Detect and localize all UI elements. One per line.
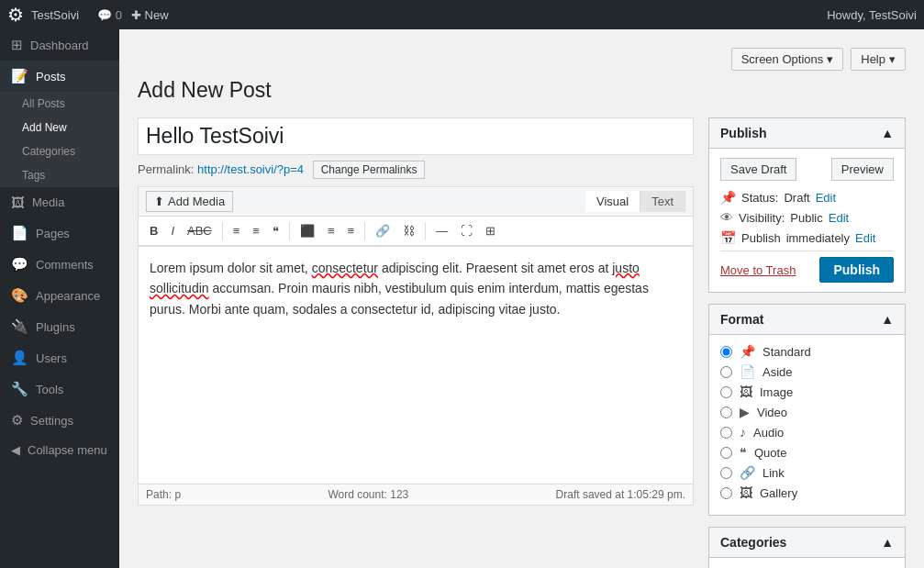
sidebar-item-media[interactable]: 🖼 Media	[0, 187, 119, 217]
editor-paragraph: Lorem ipsum dolor sit amet, consectetur …	[150, 258, 682, 319]
editor-sidebar: Publish ▲ Save Draft Preview 📌 Status: D…	[708, 117, 906, 568]
toolbar-ol[interactable]: ≡	[247, 220, 265, 241]
format-radio-link[interactable]	[720, 467, 732, 479]
settings-icon: ⚙	[11, 412, 23, 429]
save-draft-button[interactable]: Save Draft	[720, 158, 796, 181]
toolbar-more[interactable]: —	[430, 220, 453, 241]
toolbar-distraction-free[interactable]: ⛶	[455, 220, 478, 241]
publish-box-header[interactable]: Publish ▲	[709, 118, 905, 149]
format-gallery-label: Gallery	[760, 486, 797, 500]
toolbar-align-center[interactable]: ≡	[322, 220, 340, 241]
categories-box-header[interactable]: Categories ▲	[709, 528, 905, 558]
new-post-link[interactable]: ✚ New	[131, 8, 169, 22]
toolbar-italic[interactable]: I	[165, 220, 180, 241]
format-radio-image[interactable]	[720, 386, 732, 398]
comments-icon: 💬	[11, 256, 28, 273]
format-quote-label: Quote	[754, 446, 786, 460]
permalink-label: Permalink:	[138, 162, 194, 176]
publish-time-value: immediately	[786, 231, 850, 245]
format-radio-quote[interactable]	[720, 447, 732, 459]
toolbar-sep-1	[222, 222, 223, 240]
posts-icon: 📝	[11, 68, 28, 84]
format-box: Format ▲ 📌 Standard 📄 Aside	[708, 304, 906, 516]
format-radio-standard[interactable]	[720, 346, 732, 358]
sidebar-item-appearance[interactable]: 🎨 Appearance	[0, 280, 119, 311]
tools-icon: 🔧	[11, 381, 28, 397]
editor-content-area[interactable]: Lorem ipsum dolor sit amet, consectetur …	[138, 246, 694, 484]
publish-time-edit-link[interactable]: Edit	[855, 231, 875, 245]
calendar-icon: 📅	[720, 230, 736, 245]
status-label: Status:	[741, 191, 778, 205]
collapse-menu[interactable]: ◀ Collapse menu	[0, 436, 119, 464]
format-option-audio: ♪ Audio	[720, 425, 894, 440]
admin-sidebar: ⊞ Dashboard 📝 Posts All Posts Add New Ca…	[0, 29, 119, 568]
toolbar-align-left[interactable]: ⬛	[295, 220, 320, 241]
status-edit-link[interactable]: Edit	[816, 191, 836, 205]
visibility-edit-link[interactable]: Edit	[829, 211, 849, 225]
format-audio-icon: ♪	[740, 425, 746, 440]
toolbar-table[interactable]: ⊞	[480, 220, 501, 241]
preview-button[interactable]: Preview	[831, 158, 894, 181]
toolbar-bold[interactable]: B	[144, 220, 163, 241]
pages-icon: 📄	[11, 225, 28, 241]
sidebar-item-posts[interactable]: 📝 Posts	[0, 61, 119, 92]
change-permalinks-button[interactable]: Change Permalinks	[313, 161, 426, 179]
admin-bar: ⚙ TestSoivi 💬 0 ✚ New Howdy, TestSoivi	[0, 0, 924, 29]
categories-box: Categories ▲ All Categories Most Used ☑ …	[708, 527, 906, 568]
collapse-arrow-icon: ◀	[11, 443, 20, 457]
submenu-categories[interactable]: Categories	[0, 139, 119, 163]
sidebar-item-pages[interactable]: 📄 Pages	[0, 217, 119, 249]
toolbar-link[interactable]: 🔗	[370, 220, 395, 241]
publish-button[interactable]: Publish	[819, 257, 894, 283]
sidebar-item-plugins[interactable]: 🔌 Plugins	[0, 311, 119, 342]
submenu-add-new[interactable]: Add New	[0, 116, 119, 139]
toolbar-unlink[interactable]: ⛓	[397, 220, 420, 241]
visibility-value: Public	[790, 211, 822, 225]
format-option-aside: 📄 Aside	[720, 364, 894, 379]
format-box-header[interactable]: Format ▲	[709, 305, 905, 335]
format-option-standard: 📌 Standard	[720, 344, 894, 359]
add-media-icon: ⬆	[154, 195, 164, 208]
help-arrow-icon: ▾	[889, 52, 896, 66]
format-radio-video[interactable]	[720, 407, 732, 418]
help-button[interactable]: Help ▾	[851, 48, 906, 71]
submenu-tags[interactable]: Tags	[0, 163, 119, 187]
comment-bubble[interactable]: 💬 0	[97, 8, 122, 22]
plugins-icon: 🔌	[11, 318, 28, 335]
sidebar-item-comments[interactable]: 💬 Comments	[0, 249, 119, 280]
screen-options-button[interactable]: Screen Options ▾	[731, 48, 844, 71]
toolbar-ul[interactable]: ≡	[228, 220, 246, 241]
format-aside-label: Aside	[763, 365, 793, 379]
draft-saved-status: Draft saved at 1:05:29 pm.	[556, 488, 685, 501]
submenu-all-posts[interactable]: All Posts	[0, 92, 119, 116]
format-audio-label: Audio	[753, 426, 784, 440]
tab-visual[interactable]: Visual	[585, 191, 640, 212]
sidebar-item-users[interactable]: 👤 Users	[0, 342, 119, 373]
site-name[interactable]: TestSoivi	[31, 8, 79, 22]
post-title-input[interactable]	[138, 117, 694, 155]
toolbar-align-right[interactable]: ≡	[342, 220, 361, 241]
format-quote-icon: ❝	[740, 445, 747, 460]
sidebar-item-tools[interactable]: 🔧 Tools	[0, 373, 119, 405]
screen-options-arrow-icon: ▾	[827, 52, 833, 66]
move-to-trash-button[interactable]: Move to Trash	[720, 263, 796, 277]
media-icon: 🖼	[11, 195, 25, 210]
categories-collapse-icon: ▲	[881, 535, 894, 550]
format-video-label: Video	[757, 406, 787, 419]
toolbar-blockquote[interactable]: ❝	[267, 220, 284, 241]
format-radio-audio[interactable]	[720, 427, 732, 439]
publish-actions: Save Draft Preview	[720, 158, 894, 181]
format-radio-aside[interactable]	[720, 366, 732, 378]
publish-status-row: 📌 Status: Draft Edit	[720, 190, 894, 205]
sidebar-item-settings[interactable]: ⚙ Settings	[0, 405, 119, 436]
howdy-label: Howdy, TestSoivi	[827, 8, 917, 22]
permalink-url[interactable]: http://test.soivi/?p=4	[197, 162, 304, 176]
appearance-icon: 🎨	[11, 287, 28, 304]
tab-text[interactable]: Text	[640, 191, 685, 212]
toolbar-sep-3	[364, 222, 365, 240]
status-icon: 📌	[720, 190, 736, 205]
sidebar-item-dashboard[interactable]: ⊞ Dashboard	[0, 29, 119, 61]
format-radio-gallery[interactable]	[720, 487, 732, 499]
toolbar-strikethrough[interactable]: ABC	[182, 220, 217, 241]
add-media-button[interactable]: ⬆ Add Media	[146, 191, 233, 212]
